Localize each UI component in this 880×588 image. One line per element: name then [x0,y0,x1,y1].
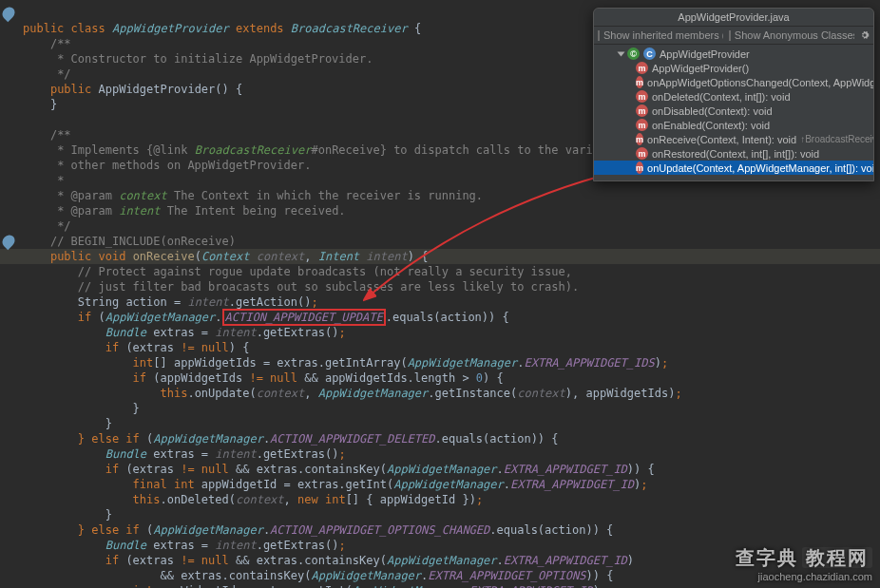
method-icon: m [636,90,648,103]
method-icon: m [636,62,648,74]
tree-item-label: onAppWidgetOptionsChanged(Context, AppWi… [647,77,873,88]
structure-tree: © C AppWidgetProvider mAppWidgetProvider… [594,45,873,180]
override-indicator: ↑BroadcastReceiver [800,134,873,144]
class-icon: © [627,47,640,60]
super-class: BroadcastReceiver [291,22,408,35]
kw-public: public [23,22,64,35]
tree-method-item[interactable]: monAppWidgetOptionsChanged(Context, AppW… [594,75,873,89]
tree-method-item[interactable]: mAppWidgetProvider() [594,61,873,75]
tree-item-label: onDeleted(Context, int[]): void [652,91,791,103]
checkbox-icon [598,30,600,41]
method-icon: m [636,76,643,88]
structure-panel: AppWidgetProvider.java Show inherited me… [593,8,874,181]
tree-method-item[interactable]: monDisabled(Context): void [594,104,873,118]
tree-item-label: AppWidgetProvider() [652,63,749,74]
gear-icon[interactable] [860,29,870,41]
tree-item-label: onRestored(Context, int[], int[]): void [652,148,819,160]
tree-method-item[interactable]: monReceive(Context, Intent): void ↑Broad… [594,132,873,146]
class-name: AppWidgetProvider [112,22,229,35]
panel-title: AppWidgetProvider.java [594,9,873,27]
tree-item-label: onUpdate(Context, AppWidgetManager, int[… [647,162,873,174]
tree-method-item[interactable]: monEnabled(Context): void [594,118,873,132]
method-onreceive: onReceive [133,250,195,263]
class-icon: C [643,47,656,60]
tree-item-label: onEnabled(Context): void [652,120,770,131]
method-icon: m [636,119,648,131]
tree-method-item[interactable]: monDeleted(Context, int[]): void [594,89,873,104]
tree-method-item[interactable]: monUpdate(Context, AppWidgetManager, int… [594,161,873,175]
kw-extends: extends [236,22,284,35]
method-icon: m [636,147,648,160]
show-inherited-toggle[interactable]: Show inherited members (C... [598,29,723,41]
panel-toolbar: Show inherited members (C... Show Anonym… [594,27,873,45]
tree-item-label: onDisabled(Context): void [652,105,773,117]
tree-item-label: onReceive(Context, Intent): void [647,134,796,145]
tree-method-item[interactable]: monRestored(Context, int[], int[]): void [594,146,873,161]
expand-icon [618,51,625,56]
tree-class-root[interactable]: © C AppWidgetProvider [594,47,873,61]
kw-class: class [71,22,105,35]
method-icon: m [636,161,643,174]
show-anonymous-toggle[interactable]: Show Anonymous Classes (... [729,29,854,41]
watermark: 查字典教程网 jiaocheng.chazidian.com [736,545,872,582]
highlighted-constant: ACTION_APPWIDGET_UPDATE [222,309,386,326]
method-icon: m [636,133,643,145]
checkbox-icon [729,30,731,41]
method-icon: m [636,104,648,117]
